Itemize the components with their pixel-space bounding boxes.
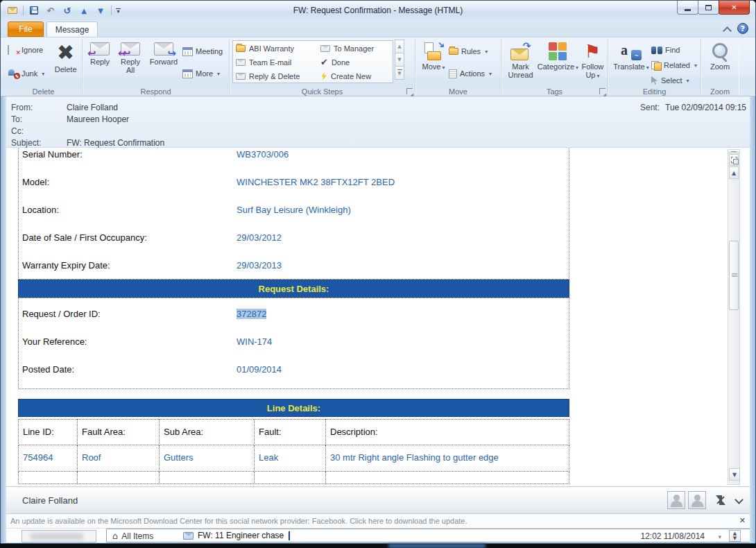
close-button[interactable]: ✕ bbox=[719, 1, 750, 15]
all-items-tab[interactable]: ⌂ All Items bbox=[112, 531, 153, 541]
quick-step-done[interactable]: ✔Done bbox=[320, 55, 393, 69]
scroll-up-button[interactable]: ▲ bbox=[729, 166, 739, 179]
translate-button[interactable]: a~ Translate bbox=[611, 40, 651, 86]
restore-button[interactable] bbox=[698, 1, 719, 15]
bottom-toolbar: ⌂ All Items FW: 11 Engineer chase 12:02 … bbox=[3, 529, 753, 542]
group-label-zoom: Zoom bbox=[701, 87, 739, 96]
mark-unread-button[interactable]: ↷ Mark Unread bbox=[504, 40, 537, 86]
spinner-control[interactable]: ▲ ▼ bbox=[729, 530, 741, 542]
meeting-icon bbox=[182, 47, 193, 56]
envelope-reply-icon bbox=[236, 73, 246, 80]
search-query-text: FW: 11 Engineer chase bbox=[198, 531, 284, 540]
quick-step-team-email[interactable]: Team E-mail bbox=[236, 55, 320, 69]
quick-steps-scroll-up[interactable]: ▲ bbox=[395, 40, 404, 53]
minimize-icon bbox=[685, 9, 691, 11]
junk-icon bbox=[8, 69, 19, 78]
quick-steps-dialog-launcher[interactable] bbox=[406, 88, 413, 94]
expand-people-pane-icon[interactable] bbox=[716, 495, 725, 505]
related-button[interactable]: Related bbox=[651, 58, 697, 72]
quick-step-to-manager[interactable]: To Manager bbox=[320, 42, 393, 55]
envelope-forward-icon bbox=[320, 45, 330, 52]
request-order-id-value[interactable]: 372872 bbox=[237, 309, 266, 319]
text-cursor bbox=[289, 531, 290, 540]
to-value: Maureen Hooper bbox=[67, 114, 129, 124]
quick-steps-gallery: ABI Warranty To Manager Team E-mail ✔Don… bbox=[232, 40, 393, 83]
scroll-down-button[interactable]: ▼ bbox=[729, 468, 740, 481]
line-id-cell: 754964 bbox=[18, 445, 77, 472]
minimize-button[interactable] bbox=[677, 1, 698, 15]
find-button[interactable]: Find bbox=[651, 43, 697, 57]
quick-step-abi-warranty[interactable]: ABI Warranty bbox=[236, 42, 320, 55]
restore-icon bbox=[705, 5, 712, 10]
envelope-icon bbox=[183, 532, 194, 540]
social-update-message[interactable]: An update is available on the Microsoft … bbox=[10, 517, 467, 525]
save-icon bbox=[30, 6, 38, 15]
table-row-partial bbox=[18, 472, 569, 484]
tab-file[interactable]: File bbox=[8, 22, 44, 37]
quick-steps-more-button[interactable]: ▼ bbox=[395, 66, 404, 80]
group-label-move: Move bbox=[415, 87, 501, 96]
reply-all-button[interactable]: ↩↩ Reply All bbox=[116, 40, 145, 86]
forward-button[interactable]: ↪ Forward bbox=[146, 40, 181, 86]
field-value: 29/03/2012 bbox=[237, 232, 282, 243]
junk-button[interactable]: Junk bbox=[8, 67, 51, 80]
redacted-button[interactable] bbox=[22, 530, 96, 542]
zoom-button[interactable]: Zoom bbox=[704, 40, 736, 86]
splitter-handle[interactable] bbox=[728, 150, 739, 153]
chevron-down-icon[interactable] bbox=[735, 497, 742, 504]
translate-icon: a~ bbox=[621, 42, 642, 60]
quick-access-toolbar: ↶ ↺ ▲ ▼ bbox=[1, 1, 121, 20]
quick-steps-scroll-down[interactable]: ▼ bbox=[395, 53, 404, 67]
undo-button[interactable]: ↶ bbox=[44, 4, 57, 17]
column-header: Description: bbox=[325, 419, 569, 445]
tags-dialog-launcher[interactable] bbox=[599, 88, 605, 94]
redo-button[interactable]: ↺ bbox=[61, 4, 74, 17]
customize-qat-dropdown[interactable] bbox=[116, 8, 121, 13]
field-value: 01/09/2014 bbox=[237, 364, 282, 375]
close-icon[interactable]: ✕ bbox=[739, 516, 746, 525]
select-button[interactable]: Select bbox=[651, 74, 697, 87]
timestamp: 12:02 11/08/2014 bbox=[640, 531, 705, 541]
lightning-icon bbox=[320, 72, 327, 80]
actions-button[interactable]: Actions bbox=[449, 67, 492, 80]
ribbon-tab-row: File Message ? bbox=[1, 20, 755, 37]
delete-button[interactable]: ✖ Delete bbox=[51, 40, 80, 86]
to-label: To: bbox=[11, 114, 67, 124]
minimize-ribbon-icon[interactable] bbox=[724, 26, 730, 32]
avatar[interactable] bbox=[667, 491, 685, 509]
request-details-header: Request Details: bbox=[18, 280, 569, 298]
avatar[interactable] bbox=[688, 491, 706, 509]
scrollbar-options-icon[interactable] bbox=[729, 154, 739, 166]
window-menu-icon[interactable] bbox=[6, 4, 19, 17]
previous-item-button[interactable]: ▲ bbox=[78, 4, 90, 17]
ignore-button[interactable]: ✕ Ignore bbox=[8, 43, 51, 57]
follow-up-button[interactable]: ⚑ Follow Up bbox=[579, 40, 606, 86]
scrollbar-thumb[interactable] bbox=[729, 241, 739, 310]
follow-up-flag-icon: ⚑ bbox=[585, 42, 601, 60]
related-icon bbox=[651, 61, 661, 69]
categorize-button[interactable]: Categorize bbox=[537, 40, 579, 86]
move-button[interactable]: ➜ Move bbox=[418, 40, 449, 86]
group-label-tags: Tags bbox=[501, 87, 608, 96]
find-binoculars-icon bbox=[651, 46, 662, 54]
save-button[interactable] bbox=[28, 4, 40, 17]
help-icon[interactable]: ? bbox=[737, 23, 748, 34]
dropdown-arrow-icon[interactable]: ▾ bbox=[718, 533, 721, 540]
rules-folder-icon bbox=[449, 48, 458, 55]
spin-down-icon: ▼ bbox=[733, 536, 737, 541]
next-item-button[interactable]: ▼ bbox=[94, 4, 107, 17]
from-label: From: bbox=[11, 103, 67, 112]
tab-message[interactable]: Message bbox=[46, 22, 98, 37]
reply-button[interactable]: ↩ Reply bbox=[85, 40, 114, 86]
quick-step-reply-delete[interactable]: Reply & Delete bbox=[236, 69, 320, 83]
meeting-button[interactable]: Meeting bbox=[182, 44, 223, 58]
rules-button[interactable]: Rules bbox=[449, 44, 492, 58]
vertical-scrollbar[interactable]: ▲ ▼ bbox=[728, 149, 740, 485]
field-label: Model: bbox=[22, 177, 49, 187]
people-pane-name: Claire Folland bbox=[22, 495, 78, 506]
subject-label: Subject: bbox=[11, 138, 67, 148]
quick-step-create-new[interactable]: Create New bbox=[320, 69, 393, 83]
sent-label: Sent: bbox=[640, 103, 660, 112]
search-input[interactable]: FW: 11 Engineer chase bbox=[183, 531, 290, 540]
more-respond-button[interactable]: More bbox=[182, 67, 223, 80]
